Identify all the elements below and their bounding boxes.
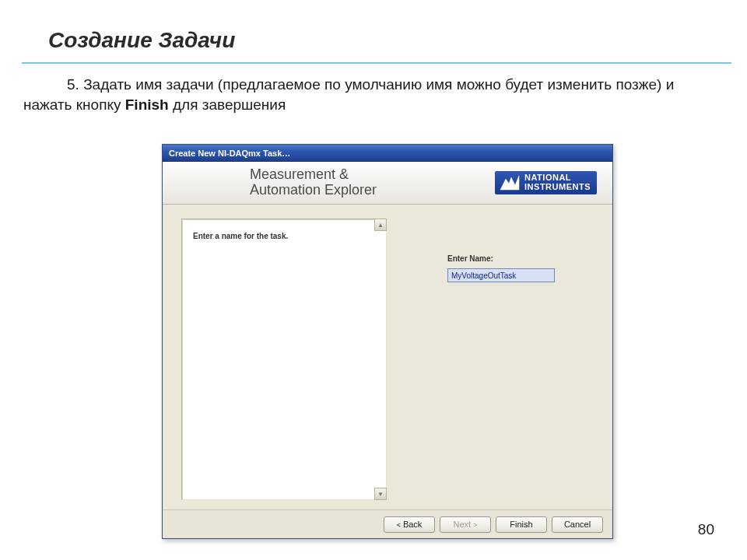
back-button-label: Back (403, 520, 422, 529)
step-prefix: 5. (67, 76, 83, 93)
step-text: 5. Задать имя задачи (предлагаемое по ум… (0, 64, 747, 114)
dialog-content: Enter a name for the task. ▲ ▼ Enter Nam… (163, 205, 612, 509)
step-part1: Задать имя задачи (предлагаемое по умолч… (23, 76, 674, 113)
logo-text-bottom: INSTRUMENTS (524, 183, 591, 192)
chevron-right-icon: > (473, 521, 477, 529)
dialog-footer: < Back Next > Finish Cancel (163, 509, 612, 538)
scroll-up-button[interactable]: ▲ (374, 219, 387, 231)
finish-button-label: Finish (510, 520, 532, 529)
dialog-window: Create New NI-DAQmx Task… Measurement & … (162, 144, 613, 539)
chevron-down-icon: ▼ (377, 491, 384, 498)
page-number: 80 (698, 521, 714, 538)
instruction-panel: Enter a name for the task. ▲ ▼ (181, 219, 387, 500)
chevron-up-icon: ▲ (377, 222, 384, 229)
banner-app-title: Measurement & Automation Explorer (250, 167, 377, 198)
task-name-input[interactable] (447, 268, 555, 282)
banner-line1: Measurement & (250, 167, 377, 183)
ni-logo: NATIONAL INSTRUMENTS (495, 171, 597, 194)
scroll-down-button[interactable]: ▼ (374, 488, 387, 500)
dialog-title-text: Create New NI-DAQmx Task… (169, 149, 290, 158)
chevron-left-icon: < (397, 521, 401, 529)
finish-button[interactable]: Finish (496, 516, 547, 533)
next-button[interactable]: Next > (440, 516, 491, 533)
cancel-button-label: Cancel (564, 520, 591, 529)
banner-line2: Automation Explorer (250, 183, 377, 198)
next-button-label: Next (454, 520, 472, 529)
cancel-button[interactable]: Cancel (552, 516, 603, 533)
dialog-banner: Measurement & Automation Explorer NATION… (163, 162, 612, 205)
instruction-text: Enter a name for the task. (182, 219, 386, 240)
eagle-icon (500, 174, 520, 191)
dialog-titlebar: Create New NI-DAQmx Task… (163, 145, 612, 162)
step-bold: Finish (125, 96, 169, 113)
enter-name-label: Enter Name: (447, 254, 493, 263)
slide-title: Создание Задачи (0, 0, 747, 53)
step-part2: для завершения (169, 96, 286, 113)
back-button[interactable]: < Back (384, 516, 435, 533)
